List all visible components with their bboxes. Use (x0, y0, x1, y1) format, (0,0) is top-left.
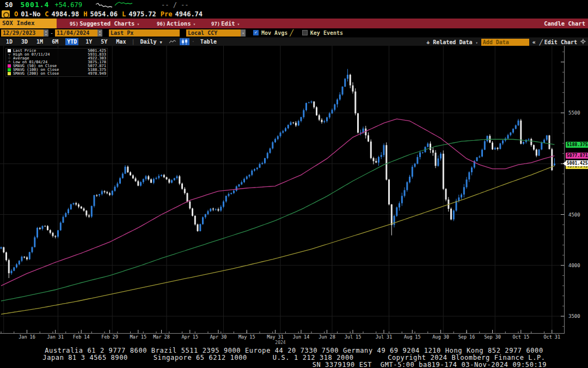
quote-line-1: S0 5001.4 +54.679 -- / -- (0, 0, 588, 9)
y-axis-label: 4500 (568, 212, 580, 218)
x-axis-label: Feb 29 (101, 334, 118, 340)
chevron-down-icon: ▾ (476, 41, 478, 45)
menu-edit[interactable]: 97)Edit▾ (211, 19, 240, 28)
period-1d[interactable]: 1D (4, 38, 14, 45)
x-axis-label: Jul 15 (345, 334, 362, 340)
period-1m[interactable]: 1M (35, 38, 45, 45)
y-axis-label: 4000 (568, 263, 580, 268)
x-axis-label: Feb 14 (73, 334, 90, 340)
low-value: 4975.72 (128, 10, 156, 18)
x-axis-label: Jun 14 (293, 334, 310, 340)
x-axis-label: Oct 31 (543, 334, 560, 340)
trend-sparkline-green-icon (114, 1, 133, 9)
period-ytd[interactable]: YTD (65, 38, 78, 45)
price-badge: 5188.375 (566, 142, 588, 148)
price-field-select[interactable]: Last Px (109, 29, 180, 37)
low-label: L (122, 10, 126, 18)
legend-row: SMAVG (200) on Close4978.949 (7, 72, 106, 76)
candle-chart-icon[interactable] (180, 38, 189, 45)
x-axis-label: Mar 28 (153, 334, 170, 340)
date-to-stepper[interactable]: ▲▼ (97, 29, 102, 37)
chevron-down-icon: ▾ (237, 22, 240, 27)
price-badge: 5001.425 (566, 160, 588, 166)
add-data-input[interactable]: Add Data (481, 39, 529, 46)
menu-bar: SOX Index 95)Suggested Charts▾ 96)Action… (0, 19, 588, 28)
line-chart-icon[interactable] (168, 38, 177, 45)
x-axis-label: Oct 15 (512, 334, 529, 340)
mov-avgs-label: Mov Avgs (261, 30, 287, 36)
menu-actions[interactable]: 96)Actions▾ (157, 19, 195, 28)
x-axis-label: Mar 15 (130, 334, 146, 340)
x-axis-label: May 31 (267, 334, 284, 340)
pencil-icon[interactable]: ╱ (290, 29, 293, 37)
x-axis-label: Jul 31 (376, 334, 393, 340)
key-events-label: Key Events (310, 30, 343, 36)
footer-contact-line-2: Japan 81 3 4565 8900 Singapore 65 6212 1… (0, 354, 588, 361)
clock-icon (2, 10, 10, 17)
chart-area: Last Price5001.425┬High on 07/11/245931.… (0, 46, 588, 334)
menu-suggested-charts[interactable]: 95)Suggested Charts▾ (70, 19, 139, 28)
open-label: O (14, 10, 18, 18)
panel-ticker: S0 (5, 1, 13, 9)
period-3d[interactable]: 3D (20, 38, 29, 45)
chart-toolbar: 12/29/2023 ▲▼ - 11/04/2024 ▲▼ Last Px Lo… (0, 28, 588, 37)
high-label: H (83, 10, 87, 18)
currency-dropdown-button[interactable]: ▾ (241, 29, 246, 37)
date-to-input[interactable]: 11/04/2024 (55, 29, 97, 37)
related-data-button[interactable]: + Related Data ▾ (426, 39, 478, 45)
frequency-select[interactable]: Daily ▼ (138, 38, 163, 45)
last-price: 5001.4 (20, 1, 49, 9)
quote-line-2: O 01-No C 4984.98 H 5054.06 L 4975.72 Pr… (0, 9, 588, 19)
date-range-dash: - (50, 30, 53, 36)
pre-label: Pre (161, 10, 173, 18)
edit-chart-button[interactable]: Edit Chart (544, 39, 577, 45)
more-chart-types-button[interactable]: · (192, 39, 195, 45)
x-axis-label: Jan 16 (19, 334, 35, 340)
period-5y[interactable]: 5Y (99, 38, 109, 45)
x-axis-label: Jun 28 (318, 334, 335, 340)
mov-avgs-checkbox[interactable]: ✓ (253, 30, 259, 35)
pencil-icon: ╱ (540, 39, 543, 45)
x-axis-label: Aug 15 (404, 334, 421, 340)
footer-terminal-id: SN 3379190 EST GMT-5:00 ba819-174 03-Nov… (313, 361, 547, 368)
date-from-stepper[interactable]: ▲▼ (44, 29, 48, 37)
period-6m[interactable]: 6M (50, 38, 60, 45)
security-field[interactable]: SOX Index (0, 19, 57, 28)
x-axis-label: Jan 31 (47, 334, 64, 340)
y-axis-label: 5500 (568, 110, 580, 116)
collapse-panel-button[interactable]: « (532, 39, 536, 45)
bid-ask-placeholder: -- / -- (161, 1, 189, 9)
x-axis-year-label: 2024 (275, 340, 285, 345)
divider: | (131, 39, 134, 45)
candle-chart-canvas[interactable] (0, 46, 566, 334)
x-axis-label: Sep 16 (458, 334, 475, 340)
key-events-checkbox[interactable] (302, 30, 308, 35)
gear-icon[interactable] (580, 39, 586, 45)
period-1y[interactable]: 1Y (84, 38, 94, 45)
chevron-down-icon: ▾ (137, 22, 139, 27)
table-button[interactable]: Table (199, 38, 218, 45)
footer-contact-line-1: Australia 61 2 9777 8600 Brazil 5511 239… (0, 347, 588, 354)
currency-select[interactable]: Local CCY (186, 29, 241, 37)
pre-value: 4946.74 (175, 10, 203, 18)
period-bar: 1D3D1M6MYTD1Y5YMax | Daily ▼ · Table + R… (0, 37, 588, 46)
close-label: C (45, 10, 48, 18)
x-axis-label: May 15 (238, 334, 255, 340)
close-value: 4984.98 (52, 10, 79, 18)
chevron-down-icon: ▾ (193, 22, 196, 27)
high-value: 5054.06 (90, 10, 118, 18)
intraday-sparkline-white-icon (95, 1, 113, 9)
x-axis-label: Apr 15 (181, 334, 198, 340)
price-change: +54.679 (54, 1, 82, 9)
price-badge: 5077.871 (566, 153, 588, 159)
x-axis-label: Aug 30 (432, 334, 449, 340)
chevron-down-icon: ▼ (160, 40, 162, 45)
chart-legend: Last Price5001.425┬High on 07/11/245931.… (5, 48, 108, 77)
y-axis-label: 3500 (568, 313, 580, 319)
x-axis-label: Sep 30 (484, 334, 501, 340)
date-from-input[interactable]: 12/29/2023 (1, 29, 44, 37)
open-value: 01-No (21, 10, 40, 18)
x-axis-label: Apr 30 (210, 334, 227, 340)
chart-type-title: Candle Chart (544, 19, 585, 28)
period-max[interactable]: Max (114, 38, 127, 45)
